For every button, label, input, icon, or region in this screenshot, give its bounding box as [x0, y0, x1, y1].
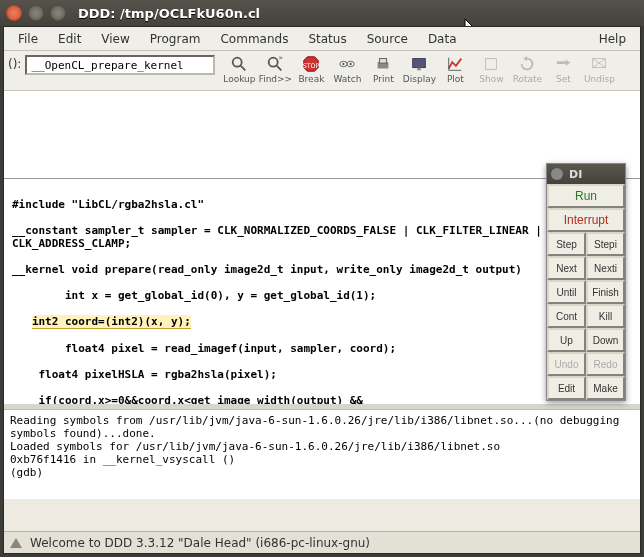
undisp-button[interactable]: Undisp — [581, 53, 617, 86]
svg-point-2 — [269, 58, 278, 67]
svg-point-8 — [343, 63, 345, 65]
menu-commands[interactable]: Commands — [210, 30, 298, 48]
source-line — [12, 381, 632, 394]
interrupt-button[interactable]: Interrupt — [547, 208, 625, 232]
status-bar: Welcome to DDD 3.3.12 "Dale Head" (i686-… — [4, 531, 640, 553]
source-line: __constant sampler_t sampler = CLK_NORMA… — [12, 224, 632, 237]
window-maximize-icon[interactable] — [50, 5, 66, 21]
run-button[interactable]: Run — [547, 184, 625, 208]
nexti-button[interactable]: Nexti — [586, 256, 625, 280]
break-button[interactable]: STOP Break — [293, 53, 329, 86]
finish-button[interactable]: Finish — [586, 280, 625, 304]
show-button[interactable]: Show — [473, 53, 509, 86]
source-line — [12, 211, 632, 224]
stepi-button[interactable]: Stepi — [586, 232, 625, 256]
menu-data[interactable]: Data — [418, 30, 467, 48]
step-button[interactable]: Step — [547, 232, 586, 256]
gdb-console[interactable]: Reading symbols from /usr/lib/jvm/java-6… — [4, 409, 640, 499]
toolbar: (): Lookup » Find>> STOP Break Watch Pri… — [4, 51, 640, 91]
command-tool-panel: DI Run Interrupt StepStepiNextNextiUntil… — [546, 163, 626, 401]
make-button[interactable]: Make — [586, 376, 625, 400]
status-text: Welcome to DDD 3.3.12 "Dale Head" (i686-… — [30, 536, 370, 550]
svg-rect-14 — [418, 68, 422, 71]
plot-button[interactable]: Plot — [437, 53, 473, 86]
source-line — [12, 250, 632, 263]
svg-rect-13 — [413, 59, 426, 68]
next-button[interactable]: Next — [547, 256, 586, 280]
undo-button[interactable]: Undo — [547, 352, 586, 376]
source-pane[interactable]: #include "LibCL/rgba2hsla.cl" __constant… — [4, 179, 640, 409]
up-button[interactable]: Up — [547, 328, 586, 352]
source-line: int2 coord=(int2)(x, y); — [12, 315, 632, 329]
source-line — [12, 276, 632, 289]
menu-status[interactable]: Status — [298, 30, 356, 48]
menu-source[interactable]: Source — [357, 30, 418, 48]
window-close-icon[interactable] — [6, 5, 22, 21]
menu-program[interactable]: Program — [140, 30, 211, 48]
source-line: float4 pixelHSLA = rgba2hsla(pixel); — [12, 368, 632, 381]
command-tool-titlebar[interactable]: DI — [547, 164, 625, 184]
svg-text:STOP: STOP — [303, 62, 320, 69]
svg-rect-17 — [486, 59, 497, 70]
kill-button[interactable]: Kill — [586, 304, 625, 328]
status-indicator-icon — [10, 538, 22, 548]
menu-edit[interactable]: Edit — [48, 30, 91, 48]
until-button[interactable]: Until — [547, 280, 586, 304]
svg-point-10 — [350, 63, 352, 65]
source-line: __kernel void prepare(read_only image2d_… — [12, 263, 632, 276]
source-line — [12, 302, 632, 315]
set-button[interactable]: Set — [545, 53, 581, 86]
window-title: DDD: /tmp/OCLFkU60n.cl — [78, 6, 260, 21]
print-button[interactable]: Print — [365, 53, 401, 86]
source-line: float4 pixel = read_imagef(input, sample… — [12, 342, 632, 355]
menu-help[interactable]: Help — [589, 30, 636, 48]
svg-line-3 — [277, 66, 282, 71]
svg-rect-19 — [557, 61, 566, 64]
source-line: int x = get_global_id(0), y = get_global… — [12, 289, 632, 302]
window-minimize-icon[interactable] — [28, 5, 44, 21]
source-line: CLK_ADDRESS_CLAMP; — [12, 237, 632, 250]
cont-button[interactable]: Cont — [547, 304, 586, 328]
svg-marker-18 — [524, 56, 528, 61]
command-tool-close-icon[interactable] — [551, 168, 563, 180]
data-display-pane[interactable] — [4, 91, 640, 179]
menu-view[interactable]: View — [91, 30, 139, 48]
menu-file[interactable]: File — [8, 30, 48, 48]
lookup-button[interactable]: Lookup — [221, 53, 257, 86]
window-titlebar: DDD: /tmp/OCLFkU60n.cl — [0, 0, 644, 26]
svg-rect-12 — [380, 59, 387, 64]
svg-point-0 — [233, 58, 242, 67]
source-line: if(coord.x>=0&&coord.x<get_image_width(o… — [12, 394, 632, 407]
find-button[interactable]: » Find>> — [257, 53, 293, 86]
display-button[interactable]: Display — [401, 53, 437, 86]
source-line: #include "LibCL/rgba2hsla.cl" — [12, 198, 632, 211]
redo-button[interactable]: Redo — [586, 352, 625, 376]
down-button[interactable]: Down — [586, 328, 625, 352]
svg-marker-20 — [566, 60, 571, 66]
menubar: FileEditViewProgramCommandsStatusSourceD… — [4, 27, 640, 51]
watch-button[interactable]: Watch — [329, 53, 365, 86]
function-label: (): — [8, 53, 21, 71]
rotate-button[interactable]: Rotate — [509, 53, 545, 86]
source-line — [12, 355, 632, 368]
function-input[interactable] — [25, 55, 215, 75]
source-line — [12, 329, 632, 342]
svg-text:»: » — [279, 55, 283, 62]
svg-line-1 — [241, 66, 246, 71]
source-line — [12, 185, 632, 198]
edit-button[interactable]: Edit — [547, 376, 586, 400]
